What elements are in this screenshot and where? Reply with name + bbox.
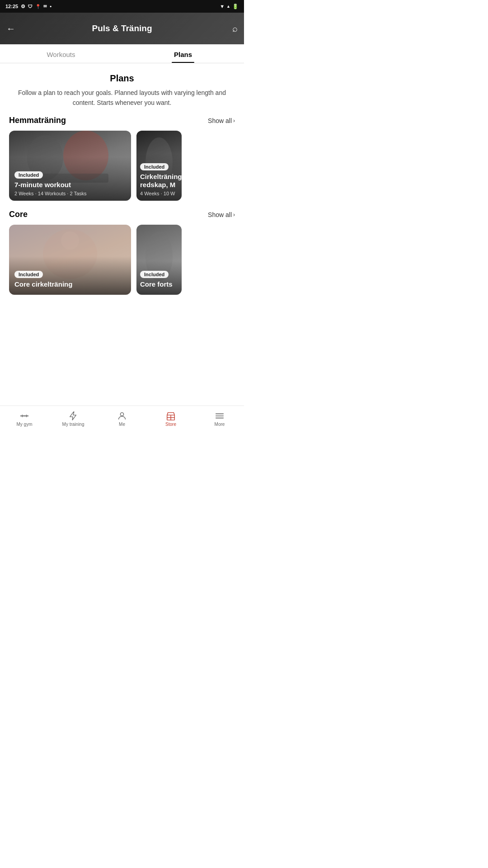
nav-me[interactable]: Me (98, 408, 146, 429)
section-hemmatraning: Hemmaträning Show all › Included (0, 116, 244, 201)
dumbbell-icon (19, 411, 29, 421)
card-cirkel-overlay: Included Cirkelträning redskap, M 4 Week… (136, 153, 182, 201)
svg-point-5 (61, 231, 79, 250)
card-core-forts[interactable]: Included Core forts (136, 225, 182, 295)
lightning-icon (68, 411, 78, 421)
card-cirkel-meta: 4 Weeks · 10 W (140, 191, 178, 196)
card-cirkel[interactable]: Included Cirkelträning redskap, M 4 Week… (136, 131, 182, 201)
svg-rect-9 (23, 415, 26, 416)
card-core-cirkel-badge: Included (14, 271, 43, 278)
nav-me-label: Me (119, 422, 125, 427)
card-core-forts-overlay: Included Core forts (136, 261, 182, 295)
nav-my-gym-label: My gym (17, 422, 33, 427)
card-cirkel-title: Cirkelträning redskap, M (140, 173, 178, 189)
chevron-right-icon-core: › (233, 212, 235, 218)
card-7min-overlay: Included 7-minute workout 2 Weeks · 14 W… (9, 157, 131, 201)
nav-more[interactable]: More (195, 408, 244, 429)
hemmatraning-cards-row: Included 7-minute workout 2 Weeks · 14 W… (0, 131, 244, 201)
core-cards-row: Included Core cirkelträning Included Cor… (0, 225, 244, 295)
status-bar: 12:25 ⚙ 🛡 📍 ✉ • ▼ ▲ 🔋 (0, 0, 244, 13)
svg-rect-8 (22, 415, 23, 417)
status-time: 12:25 (5, 4, 18, 9)
svg-point-12 (120, 413, 123, 416)
tab-workouts[interactable]: Workouts (0, 44, 122, 63)
show-all-hemmatraning-button[interactable]: Show all › (208, 117, 235, 124)
nav-more-label: More (215, 422, 225, 427)
tab-plans[interactable]: Plans (122, 44, 244, 63)
gmail-icon: ✉ (43, 4, 47, 9)
svg-rect-10 (26, 415, 27, 417)
card-core-cirkel[interactable]: Included Core cirkelträning (9, 225, 131, 295)
card-core-cirkel-title: Core cirkelträning (14, 280, 126, 288)
status-time-area: 12:25 ⚙ 🛡 📍 ✉ • (5, 4, 52, 9)
section-core-header: Core Show all › (0, 210, 244, 225)
page-title: Puls & Träning (92, 24, 152, 33)
plans-description: Follow a plan to reach your goals. Plann… (9, 88, 235, 108)
location-icon: 📍 (35, 4, 41, 9)
battery-icon: 🔋 (232, 4, 239, 9)
header: ← Puls & Träning ⌕ (0, 13, 244, 44)
search-button[interactable]: ⌕ (232, 24, 238, 34)
main-content: Plans Follow a plan to reach your goals.… (0, 63, 244, 406)
nav-my-training[interactable]: My training (49, 408, 98, 429)
wifi-icon: ▼ (220, 4, 225, 9)
nav-store[interactable]: Store (146, 408, 195, 429)
nav-store-label: Store (165, 422, 176, 427)
section-hemmatraning-header: Hemmaträning Show all › (0, 116, 244, 131)
store-icon (166, 411, 176, 421)
plans-intro: Plans Follow a plan to reach your goals.… (0, 63, 244, 116)
section-core: Core Show all › Included Core cirkelträn… (0, 210, 244, 295)
shield-icon: 🛡 (28, 4, 33, 9)
card-7min-title: 7-minute workout (14, 181, 126, 189)
person-icon (117, 411, 127, 421)
chevron-right-icon: › (233, 118, 235, 124)
status-indicators: ▼ ▲ 🔋 (220, 4, 239, 9)
bottom-navigation: My gym My training Me Store More (0, 406, 244, 432)
nav-my-training-label: My training (62, 422, 84, 427)
svg-rect-11 (27, 415, 29, 416)
card-core-forts-title: Core forts (140, 280, 178, 288)
settings-icon: ⚙ (21, 4, 25, 9)
menu-icon (215, 411, 225, 421)
dot-icon: • (50, 4, 52, 9)
card-cirkel-badge: Included (140, 163, 169, 170)
nav-my-gym[interactable]: My gym (0, 408, 49, 429)
card-7min-badge: Included (14, 171, 43, 179)
card-core-cirkel-overlay: Included Core cirkelträning (9, 256, 131, 295)
show-all-core-button[interactable]: Show all › (208, 211, 235, 218)
plans-title: Plans (9, 73, 235, 84)
signal-icon: ▲ (226, 4, 230, 9)
card-7min-meta: 2 Weeks · 14 Workouts · 2 Tasks (14, 191, 126, 196)
section-hemmatraning-title: Hemmaträning (9, 116, 66, 125)
back-button[interactable]: ← (6, 24, 15, 34)
svg-rect-7 (20, 415, 22, 416)
section-core-title: Core (9, 210, 28, 219)
card-core-forts-badge: Included (140, 271, 169, 278)
tabs-bar: Workouts Plans (0, 44, 244, 63)
card-7min-workout[interactable]: Included 7-minute workout 2 Weeks · 14 W… (9, 131, 131, 201)
